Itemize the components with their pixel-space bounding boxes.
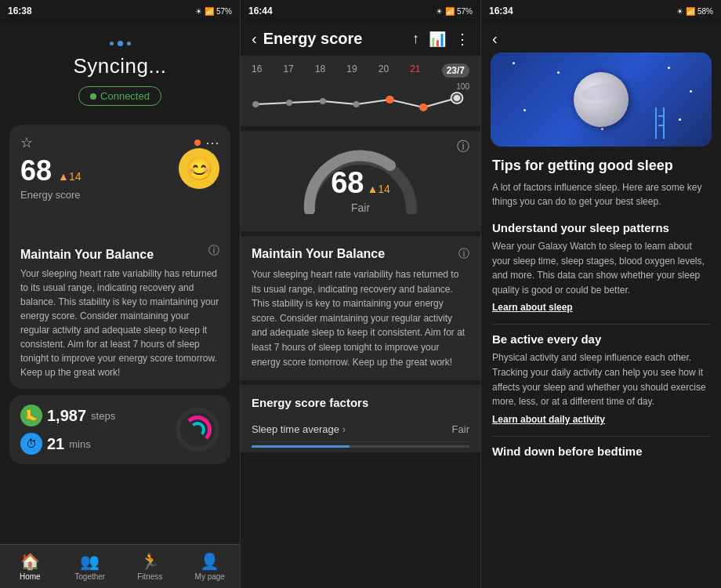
more-options-icon[interactable]: ⋯ xyxy=(205,134,219,151)
svg-point-7 xyxy=(454,95,461,101)
panel-energy-score: 16:44 ☀ 📶 57% ‹ Energy score ↑ 📊 ⋮ 16 17… xyxy=(240,0,480,588)
date-18: 18 xyxy=(315,64,325,78)
mins-count: 21 xyxy=(47,435,64,453)
chart-dates: 16 17 18 19 20 21 23/7 xyxy=(252,64,469,78)
nav-home-label: Home xyxy=(20,572,41,581)
p2-balance-title: Maintain Your Balance xyxy=(252,247,385,261)
sync-dot-2 xyxy=(118,41,123,46)
p2-balance-text: Your sleeping heart rate variability has… xyxy=(252,267,469,369)
date-21: 21 xyxy=(410,64,420,78)
back-button-3[interactable]: ‹ xyxy=(492,30,498,48)
connected-label: Connected xyxy=(100,90,150,102)
share-icon[interactable]: ↑ xyxy=(412,31,419,47)
more-icon[interactable]: ⋮ xyxy=(455,31,469,48)
divider-1 xyxy=(492,324,710,325)
date-16: 16 xyxy=(252,64,262,78)
bottom-nav: 🏠 Home 👥 Together 🏃 Fitness 👤 My page xyxy=(0,544,240,588)
mins-row: ⏱ 21 mins xyxy=(20,433,168,455)
steps-section: 🦶 1,987 steps ⏱ 21 mins xyxy=(9,395,230,464)
chart-line: 100 xyxy=(252,82,469,122)
chart-icon[interactable]: 📊 xyxy=(429,31,446,48)
nav-mypage[interactable]: 👤 My page xyxy=(180,545,241,588)
panel-syncing: 16:38 ☀ 📶 57% Syncing... Connected ☆ ⋯ xyxy=(0,0,240,588)
sync-dots xyxy=(110,41,131,46)
p2-factors-card: Energy score factors Sleep time average … xyxy=(241,385,480,452)
p2-info-icon[interactable]: ⓘ xyxy=(458,247,469,261)
wifi-icon-3: ☀ xyxy=(676,7,683,16)
signal-icon: 📶 xyxy=(205,7,214,16)
notification-dot xyxy=(194,140,201,146)
header-icons: ↑ 📊 ⋮ xyxy=(412,31,469,48)
panel-sleep-tips: 16:34 ☀ 📶 58% ‹ Tips for getting good sl… xyxy=(480,0,721,588)
status-bar-2: 16:44 ☀ 📶 57% xyxy=(241,0,480,22)
factor-sleep-name: Sleep time average › xyxy=(252,423,346,435)
svg-point-5 xyxy=(419,103,428,111)
gauge-score: 68 xyxy=(331,166,364,200)
energy-chart xyxy=(252,82,469,122)
date-17: 17 xyxy=(283,64,293,78)
svg-point-3 xyxy=(353,101,360,107)
svg-point-0 xyxy=(252,101,259,107)
energy-label: Energy score xyxy=(20,189,219,201)
sleep-section-active: Be active every day Physical activity an… xyxy=(492,332,710,424)
star-7 xyxy=(601,128,603,130)
factor-row-sleep[interactable]: Sleep time average › Fair xyxy=(252,417,469,442)
section-title-winddown: Wind down before bedtime xyxy=(492,445,710,458)
svg-point-2 xyxy=(320,98,327,104)
factor-bar-container xyxy=(252,445,469,448)
sync-dot-1 xyxy=(110,42,114,45)
learn-sleep-link[interactable]: Learn about sleep xyxy=(492,302,710,313)
sleep-hero-image xyxy=(491,53,712,147)
status-icons-2: ☀ 📶 57% xyxy=(436,7,473,16)
factor-bar xyxy=(252,445,350,448)
connected-badge: Connected xyxy=(78,86,161,106)
date-20: 20 xyxy=(379,64,389,78)
star-1 xyxy=(513,62,515,64)
panel2-title: Energy score xyxy=(263,30,406,48)
p2-factors-title: Energy score factors xyxy=(252,396,469,409)
nav-home[interactable]: 🏠 Home xyxy=(0,545,60,588)
wifi-icon: ☀ xyxy=(195,7,202,16)
sleep-content: Tips for getting good sleep A lot of fac… xyxy=(481,158,721,588)
panel3-header: ‹ xyxy=(481,22,721,53)
home-icon: 🏠 xyxy=(20,552,40,571)
star-5 xyxy=(679,118,681,121)
mascot-icon: 😊 xyxy=(179,148,219,189)
nav-together[interactable]: 👥 Together xyxy=(60,545,121,588)
nav-fitness[interactable]: 🏃 Fitness xyxy=(120,545,180,588)
back-button-2[interactable]: ‹ xyxy=(252,30,257,48)
section-title-patterns: Understand your sleep patterns xyxy=(492,221,710,234)
svg-point-1 xyxy=(286,100,293,106)
chart-max: 100 xyxy=(456,82,469,91)
divider-2 xyxy=(492,436,710,437)
fitness-icon: 🏃 xyxy=(140,552,160,571)
factor-sleep-value: Fair xyxy=(452,423,469,435)
star-3 xyxy=(524,109,526,111)
star-6 xyxy=(690,90,692,93)
nav-together-label: Together xyxy=(74,572,105,581)
person-icon: 👤 xyxy=(200,552,219,571)
battery-label-1: 57% xyxy=(216,7,232,16)
sync-section: Syncing... Connected xyxy=(0,22,240,118)
battery-label-2: 57% xyxy=(457,7,473,16)
star-icon[interactable]: ☆ xyxy=(20,134,33,151)
score-card: ⓘ 68 ▲14 Fair xyxy=(241,131,480,231)
gauge-info-icon[interactable]: ⓘ xyxy=(457,139,469,155)
sleep-main-title: Tips for getting good sleep xyxy=(492,158,710,174)
star-4 xyxy=(668,67,670,69)
sync-dot-3 xyxy=(127,42,131,45)
sleep-section-patterns: Understand your sleep patterns Wear your… xyxy=(492,221,710,313)
time-2: 16:44 xyxy=(248,5,273,16)
sleep-intro: A lot of factors influence sleep. Here a… xyxy=(492,180,710,209)
learn-activity-link[interactable]: Learn about daily activity xyxy=(492,414,710,425)
star-2 xyxy=(557,71,560,74)
chart-area: 16 17 18 19 20 21 23/7 100 xyxy=(241,56,480,126)
nav-mypage-label: My page xyxy=(195,572,225,581)
section-title-active: Be active every day xyxy=(492,332,710,346)
nav-fitness-label: Fitness xyxy=(137,572,162,581)
info-icon[interactable]: ⓘ xyxy=(208,244,219,258)
mins-icon: ⏱ xyxy=(20,433,42,455)
connected-dot xyxy=(90,93,96,100)
mins-label: mins xyxy=(69,438,90,450)
steps-row: 🦶 1,987 steps xyxy=(20,405,168,426)
